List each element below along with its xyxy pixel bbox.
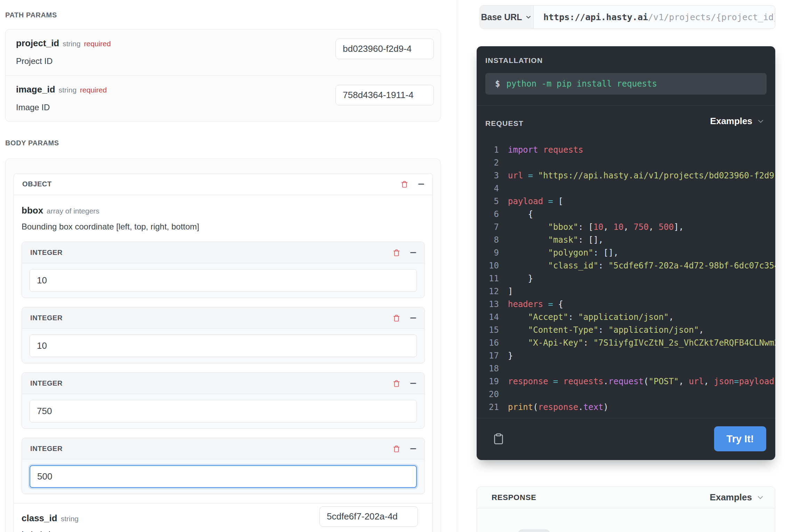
code-line: 12] xyxy=(477,285,775,298)
integer-item-header: INTEGER xyxy=(22,307,424,329)
object-header-label: OBJECT xyxy=(22,180,52,188)
delete-item-button[interactable] xyxy=(392,314,400,322)
delete-item-button[interactable] xyxy=(392,379,400,388)
code-line: 2 xyxy=(477,156,775,169)
code-line: 11 } xyxy=(477,272,775,285)
integer-item-card: INTEGER xyxy=(22,307,425,363)
delete-object-button[interactable] xyxy=(400,180,408,188)
integer-item-header: INTEGER xyxy=(22,373,424,394)
param-row-project-id: project_idstringrequired Project ID xyxy=(6,30,440,75)
trash-icon xyxy=(400,180,408,188)
code-line: 6 { xyxy=(477,208,775,221)
code-line: 7 "bbox": [10, 10, 750, 500], xyxy=(477,221,775,234)
trash-icon xyxy=(392,379,400,388)
param-row-image-id: image_idstringrequired Image ID xyxy=(6,75,440,121)
code-line: 14 "Accept": "application/json", xyxy=(477,311,775,324)
integer-value-input[interactable] xyxy=(30,465,417,488)
field-type: string xyxy=(61,515,79,523)
integer-item-card: INTEGER xyxy=(22,372,425,429)
class-id-input[interactable] xyxy=(319,506,418,527)
integer-value-input[interactable] xyxy=(30,400,417,422)
field-name-class-id: class_id xyxy=(22,513,57,523)
try-it-button[interactable]: Try It! xyxy=(714,426,766,451)
field-description: Label class xyxy=(22,529,425,532)
base-url-value: https://api.hasty.ai/v1/projects/{projec… xyxy=(534,6,775,29)
project-id-input[interactable] xyxy=(335,39,434,59)
code-line: 21print(response.text) xyxy=(477,401,775,414)
request-section-label: REQUEST xyxy=(485,119,524,128)
shell-prompt: $ xyxy=(495,79,500,89)
integer-item-card: INTEGER xyxy=(22,242,425,298)
response-panel: RESPONSE Examples xyxy=(477,486,775,532)
bbox-items: INTEGER INTEGER xyxy=(22,242,425,494)
code-line: 18 xyxy=(477,362,775,375)
body-params-section-label: BODY PARAMS xyxy=(5,139,59,147)
code-line: 4 xyxy=(477,182,775,195)
param-type: string xyxy=(63,40,80,48)
object-card-header: OBJECT xyxy=(14,174,432,195)
object-card: OBJECT bboxarray of integers Bounding bo… xyxy=(14,173,433,532)
request-code: 1import requests23url = "https://api.has… xyxy=(477,144,775,414)
collapse-item-button[interactable] xyxy=(410,252,416,253)
response-section-label: RESPONSE xyxy=(492,493,536,502)
code-line: 13headers = { xyxy=(477,298,775,311)
collapse-item-button[interactable] xyxy=(410,317,416,319)
minus-icon xyxy=(410,448,416,449)
minus-icon xyxy=(410,317,416,319)
object-card-body: bboxarray of integers Bounding box coord… xyxy=(14,195,432,532)
code-line: 8 "mask": [], xyxy=(477,234,775,247)
status-badge[interactable] xyxy=(518,530,550,532)
class-id-row: class_idstring Label class xyxy=(22,503,425,532)
examples-label: Examples xyxy=(710,492,752,503)
integer-header-label: INTEGER xyxy=(30,379,63,387)
minus-icon xyxy=(410,383,416,384)
section-divider xyxy=(477,418,775,418)
image-id-input[interactable] xyxy=(335,85,434,105)
minus-icon xyxy=(410,252,416,253)
base-url-path: /v1/projects/{project_id}/ xyxy=(648,12,775,22)
code-line: 9 "polygon": [], xyxy=(477,247,775,259)
collapse-object-button[interactable] xyxy=(418,184,424,185)
chevron-down-icon xyxy=(756,493,764,502)
param-type: string xyxy=(59,86,76,94)
base-url-bar: Base URL https://api.hasty.ai/v1/project… xyxy=(480,5,775,29)
request-examples-dropdown[interactable]: Examples xyxy=(710,116,765,127)
base-url-selector[interactable]: Base URL xyxy=(480,6,534,29)
chevron-down-icon xyxy=(524,13,533,21)
path-params-section-label: PATH PARAMS xyxy=(5,11,57,19)
code-line: 19response = requests.request("POST", ur… xyxy=(477,375,775,388)
param-name: image_id xyxy=(16,84,55,95)
code-line: 16 "X-Api-Key": "7S1iyfgIVcZtN_2s_VhCZkt… xyxy=(477,337,775,349)
trash-icon xyxy=(392,444,400,453)
code-panel: INSTALLATION $ python -m pip install req… xyxy=(477,46,775,460)
code-line: 3url = "https://api.hasty.ai/v1/projects… xyxy=(477,169,775,182)
integer-item-header: INTEGER xyxy=(22,438,424,459)
field-description: Bounding box coordinate [left, top, righ… xyxy=(22,221,425,232)
integer-header-label: INTEGER xyxy=(30,445,63,453)
code-line: 5payload = [ xyxy=(477,195,775,208)
integer-value-input[interactable] xyxy=(30,334,417,357)
base-url-label: Base URL xyxy=(481,12,522,22)
delete-item-button[interactable] xyxy=(392,444,400,453)
integer-header-label: INTEGER xyxy=(30,314,63,322)
code-line: 15 "Content-Type": "application/json", xyxy=(477,324,775,337)
base-url-host: https://api.hasty.ai xyxy=(543,12,648,22)
chevron-down-icon xyxy=(756,117,765,126)
code-line: 10 "class_id": "5cdfe6f7-202a-4d72-98bf-… xyxy=(477,259,775,272)
collapse-item-button[interactable] xyxy=(410,383,416,384)
integer-item-card: INTEGER xyxy=(22,438,425,494)
examples-label: Examples xyxy=(710,116,752,127)
integer-value-input[interactable] xyxy=(30,269,417,292)
delete-item-button[interactable] xyxy=(392,248,400,257)
minus-icon xyxy=(418,184,424,185)
install-command-bar[interactable]: $ python -m pip install requests xyxy=(485,73,767,95)
integer-item-header: INTEGER xyxy=(22,242,424,263)
collapse-item-button[interactable] xyxy=(410,448,416,449)
column-divider xyxy=(457,0,457,532)
code-line: 1import requests xyxy=(477,144,775,156)
trash-icon xyxy=(392,248,400,257)
body-params-card: OBJECT bboxarray of integers Bounding bo… xyxy=(5,159,440,532)
param-name: project_id xyxy=(16,38,59,48)
copy-code-button[interactable] xyxy=(493,431,504,447)
response-examples-dropdown[interactable]: Examples xyxy=(710,492,764,503)
